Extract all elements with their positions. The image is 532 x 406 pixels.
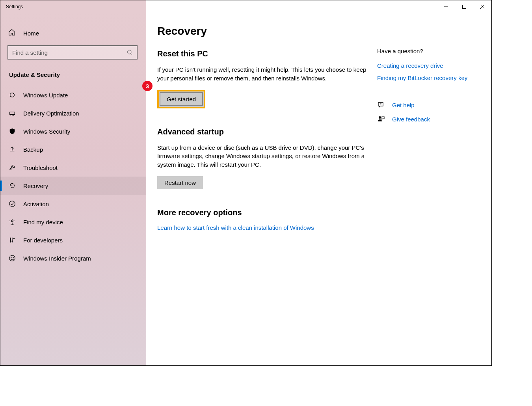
get-started-button[interactable]: Get started: [160, 92, 203, 106]
svg-point-10: [11, 240, 13, 242]
advanced-description: Start up from a device or disc (such as …: [157, 143, 369, 169]
help-icon: ?: [377, 101, 386, 109]
aside-question: Have a question?: [377, 48, 480, 54]
aside-link-bitlocker[interactable]: Finding my BitLocker recovery key: [377, 74, 480, 81]
home-icon: [8, 29, 16, 37]
sidebar-item-label: Windows Update: [23, 92, 68, 99]
svg-point-12: [9, 255, 15, 261]
sidebar-item-label: Windows Insider Program: [23, 255, 91, 262]
svg-point-16: [379, 116, 381, 119]
svg-rect-1: [463, 5, 466, 9]
sidebar-item-label: Delivery Optimization: [23, 110, 79, 117]
sidebar-item-activation[interactable]: Activation: [0, 195, 146, 213]
sync-icon: [8, 91, 16, 99]
sidebar-item-label: Windows Security: [23, 128, 70, 135]
sidebar-item-backup[interactable]: Backup: [0, 140, 146, 158]
location-icon: [8, 218, 16, 225]
sidebar-item-label: For developers: [23, 237, 63, 244]
sliders-icon: [8, 237, 16, 244]
feedback-icon: [377, 115, 386, 123]
close-button[interactable]: [473, 0, 491, 13]
sidebar-item-label: Find my device: [23, 219, 63, 225]
annotation-badge: 3: [142, 81, 153, 91]
svg-point-14: [13, 257, 14, 259]
minimize-button[interactable]: [437, 0, 455, 13]
section-more-recovery: More recovery options Learn how to start…: [157, 208, 369, 231]
wrench-icon: [8, 164, 16, 171]
search-box[interactable]: [7, 45, 138, 60]
aside: Have a question? Creating a recovery dri…: [369, 25, 480, 365]
aside-get-help-label: Get help: [392, 102, 415, 108]
sidebar-home-label: Home: [23, 30, 39, 37]
window-title: Settings: [0, 4, 23, 9]
section-advanced-startup: Advanced startup Start up from a device …: [157, 127, 369, 189]
aside-give-feedback-label: Give feedback: [392, 116, 430, 123]
backup-icon: [8, 146, 16, 153]
reset-description: If your PC isn't running well, resetting…: [157, 65, 369, 83]
aside-get-help[interactable]: ? Get help: [377, 101, 480, 109]
svg-text:?: ?: [380, 102, 382, 106]
svg-point-11: [13, 238, 15, 239]
sidebar-item-for-developers[interactable]: For developers: [0, 231, 146, 249]
close-icon: [480, 5, 484, 9]
sidebar-item-windows-security[interactable]: Windows Security: [0, 122, 146, 140]
sidebar-item-recovery[interactable]: Recovery: [0, 177, 146, 195]
maximize-button[interactable]: [455, 0, 473, 13]
svg-point-8: [11, 220, 13, 222]
svg-line-5: [131, 54, 132, 55]
sidebar-item-label: Recovery: [23, 183, 48, 189]
svg-rect-6: [10, 112, 15, 114]
advanced-heading: Advanced startup: [157, 127, 369, 136]
sidebar-item-find-my-device[interactable]: Find my device: [0, 213, 146, 231]
restart-now-button[interactable]: Restart now: [157, 176, 203, 189]
sidebar-item-delivery-optimization[interactable]: Delivery Optimization: [0, 104, 146, 122]
window-controls: [437, 0, 491, 13]
svg-point-9: [10, 238, 11, 240]
sidebar: Home Update & Security Windows Update De…: [0, 13, 146, 365]
delivery-icon: [8, 110, 16, 117]
search-icon: [126, 49, 133, 56]
insider-icon: [8, 255, 16, 262]
sidebar-item-label: Troubleshoot: [23, 164, 58, 171]
svg-point-13: [11, 257, 12, 259]
svg-point-4: [127, 50, 131, 54]
sidebar-home[interactable]: Home: [0, 24, 146, 42]
sidebar-item-label: Backup: [23, 146, 43, 153]
page-title: Recovery: [157, 25, 369, 37]
maximize-icon: [462, 5, 466, 9]
recovery-icon: [8, 182, 16, 189]
sidebar-item-troubleshoot[interactable]: Troubleshoot: [0, 158, 146, 177]
titlebar: Settings: [0, 0, 491, 13]
get-started-highlight: Get started: [157, 90, 205, 108]
svg-point-7: [9, 201, 15, 207]
reset-heading: Reset this PC: [157, 49, 369, 58]
minimize-icon: [444, 5, 448, 9]
start-fresh-link[interactable]: Learn how to start fresh with a clean in…: [157, 224, 314, 231]
check-circle-icon: [8, 200, 16, 207]
sidebar-item-label: Activation: [23, 201, 49, 207]
aside-give-feedback[interactable]: Give feedback: [377, 115, 480, 123]
main-content: Recovery 3 Reset this PC If your PC isn'…: [146, 13, 491, 365]
sidebar-item-windows-insider[interactable]: Windows Insider Program: [0, 249, 146, 267]
shield-icon: [8, 128, 16, 135]
sidebar-section-header: Update & Security: [0, 60, 146, 86]
more-heading: More recovery options: [157, 208, 369, 217]
aside-link-recovery-drive[interactable]: Creating a recovery drive: [377, 62, 480, 69]
sidebar-item-windows-update[interactable]: Windows Update: [0, 86, 146, 104]
section-reset-pc: 3 Reset this PC If your PC isn't running…: [157, 49, 369, 108]
search-input[interactable]: [12, 49, 126, 56]
